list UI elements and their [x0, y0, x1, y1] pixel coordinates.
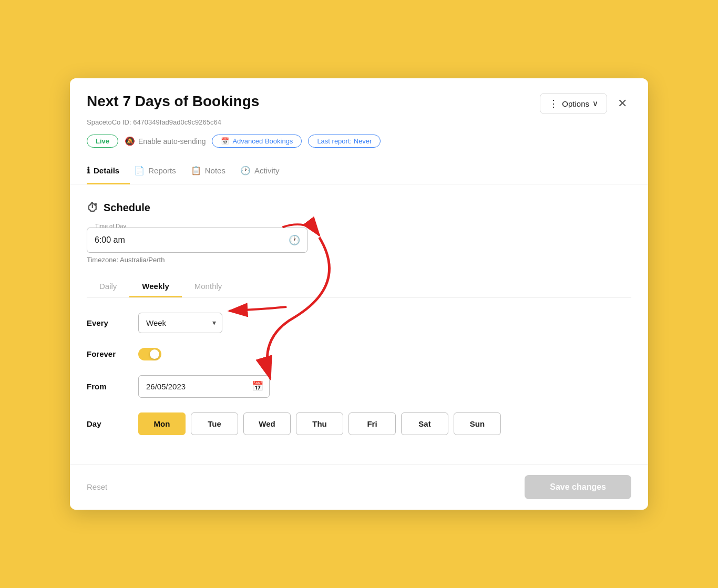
advanced-label: Advanced Bookings	[232, 137, 293, 145]
advanced-bookings-badge[interactable]: 📅 Advanced Bookings	[212, 135, 302, 148]
chevron-down-icon: ∨	[592, 99, 598, 108]
autosend-label: Enable auto-sending	[138, 137, 206, 146]
schedule-title-text: Schedule	[104, 202, 150, 214]
header-badges: Live 🔕 Enable auto-sending 📅 Advanced Bo…	[87, 135, 631, 148]
activity-icon: 🕐	[240, 166, 251, 176]
day-btn-tue[interactable]: Tue	[191, 412, 238, 435]
reports-icon: 📄	[134, 166, 145, 176]
autosend-badge[interactable]: 🔕 Enable auto-sending	[125, 136, 206, 146]
tab-activity-label: Activity	[254, 166, 280, 175]
every-select-wrapper: Week 2 Weeks 3 Weeks 4 Weeks ▾	[138, 313, 222, 333]
sched-tab-weekly[interactable]: Weekly	[129, 276, 181, 297]
modal-container: Next 7 Days of Bookings ⋮ Options ∨ ✕ Sp…	[70, 78, 648, 510]
modal-body: ⏱ Schedule Time of Day 🕐 Timezone: Austr…	[70, 184, 648, 447]
from-label: From	[87, 382, 129, 391]
close-icon: ✕	[618, 97, 627, 110]
schedule-section-title: ⏱ Schedule	[87, 201, 631, 215]
header-actions: ⋮ Options ∨ ✕	[540, 93, 631, 114]
options-button[interactable]: ⋮ Options ∨	[540, 93, 607, 114]
day-btn-fri[interactable]: Fri	[348, 412, 396, 435]
from-date-wrapper: 📅	[138, 375, 270, 398]
toggle-knob	[150, 349, 159, 359]
bell-slash-icon: 🔕	[125, 136, 135, 146]
live-badge: Live	[87, 135, 118, 148]
tab-reports-label: Reports	[148, 166, 176, 175]
daily-label: Daily	[99, 282, 117, 291]
header-top: Next 7 Days of Bookings ⋮ Options ∨ ✕	[87, 93, 631, 114]
spacetoco-id: SpacetoCo ID: 6470349fad9ad0c9c9265c64	[87, 118, 631, 126]
day-btn-sat[interactable]: Sat	[401, 412, 448, 435]
forever-toggle[interactable]	[138, 348, 161, 360]
close-button[interactable]: ✕	[613, 95, 631, 112]
every-label: Every	[87, 318, 129, 327]
every-row: Every Week 2 Weeks 3 Weeks 4 Weeks ▾	[87, 313, 631, 333]
notes-icon: 📋	[191, 166, 201, 176]
time-of-day-field: Time of Day 🕐 Timezone: Australia/Perth	[87, 228, 631, 264]
day-label: Day	[87, 419, 129, 428]
time-field-wrapper: Time of Day 🕐	[87, 228, 307, 253]
tab-notes-label: Notes	[205, 166, 225, 175]
save-changes-button[interactable]: Save changes	[525, 475, 631, 499]
day-btn-mon[interactable]: Mon	[138, 412, 186, 435]
monthly-label: Monthly	[194, 282, 222, 291]
stopwatch-icon: ⏱	[87, 201, 98, 215]
last-report-badge[interactable]: Last report: Never	[308, 135, 381, 148]
day-btn-sun[interactable]: Sun	[454, 412, 501, 435]
modal-title: Next 7 Days of Bookings	[87, 93, 259, 110]
day-row: Day Mon Tue Wed Thu Fri Sat Sun	[87, 412, 631, 435]
tab-activity[interactable]: 🕐 Activity	[240, 158, 290, 184]
details-icon: ℹ	[87, 166, 90, 176]
every-select[interactable]: Week 2 Weeks 3 Weeks 4 Weeks	[138, 313, 222, 333]
timezone-text: Timezone: Australia/Perth	[87, 256, 631, 264]
sched-divider	[87, 297, 631, 298]
options-dots-icon: ⋮	[549, 98, 559, 109]
weekly-label: Weekly	[142, 282, 169, 291]
time-input-wrapper: 🕐	[87, 228, 307, 253]
tab-details-label: Details	[94, 166, 119, 175]
modal-header: Next 7 Days of Bookings ⋮ Options ∨ ✕ Sp…	[70, 78, 648, 148]
tab-reports[interactable]: 📄 Reports	[134, 158, 187, 184]
tab-notes[interactable]: 📋 Notes	[191, 158, 236, 184]
from-row: From 📅	[87, 375, 631, 398]
sched-tab-monthly[interactable]: Monthly	[182, 276, 235, 297]
calendar-icon: 📅	[221, 137, 229, 145]
sched-tab-daily[interactable]: Daily	[87, 276, 129, 297]
modal-footer: Reset Save changes	[70, 464, 648, 510]
forever-row: Forever	[87, 348, 631, 360]
forever-label: Forever	[87, 349, 129, 358]
tab-details[interactable]: ℹ Details	[87, 158, 130, 184]
from-date-input[interactable]	[138, 375, 270, 398]
reset-button[interactable]: Reset	[87, 482, 107, 491]
time-input[interactable]	[87, 228, 307, 253]
schedule-tabs: Daily Weekly Monthly	[87, 276, 631, 297]
day-btn-wed[interactable]: Wed	[243, 412, 291, 435]
day-buttons: Mon Tue Wed Thu Fri Sat Sun	[138, 412, 501, 435]
options-label: Options	[562, 99, 589, 108]
tabs-bar: ℹ Details 📄 Reports 📋 Notes 🕐 Activity	[70, 158, 648, 184]
clock-icon: 🕐	[289, 234, 300, 246]
day-btn-thu[interactable]: Thu	[296, 412, 343, 435]
